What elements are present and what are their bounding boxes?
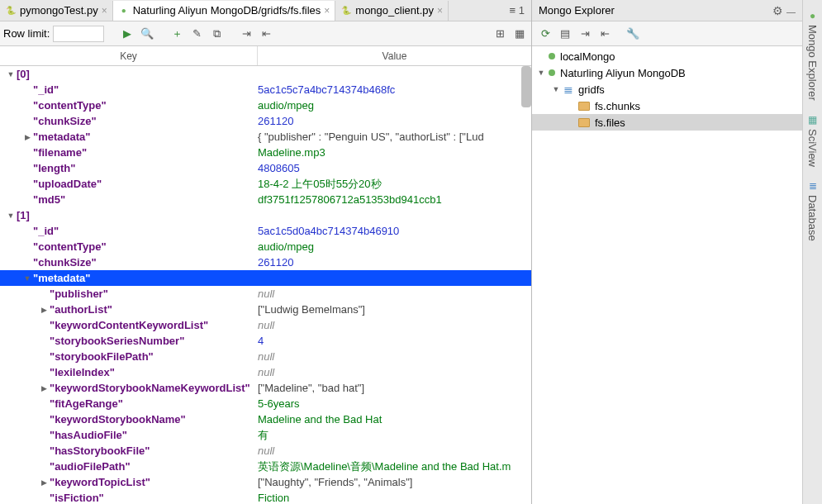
twisty-icon[interactable]: ▶ [40,306,48,314]
explorer-tree[interactable]: localMongo▼Naturling Aliyun MongoDB▼≣gri… [532,46,802,504]
tree-view-button[interactable]: ⊞ [492,26,508,42]
value-text: null [258,286,531,302]
tree-item[interactable]: ▼≣gridfs [532,81,802,97]
twisty-icon[interactable]: ▼ [537,69,545,77]
expand-all-button[interactable]: ⇥ [577,26,593,42]
table-row[interactable]: "keywordContentKeywordList"null [0,317,531,333]
table-row[interactable]: ▼"metadata" [0,270,531,286]
key-text: "lexileIndex" [50,366,115,378]
scrollbar-thumb[interactable] [521,66,531,107]
tree-item[interactable]: localMongo [532,48,802,64]
twisty-icon[interactable]: ▼ [7,212,15,220]
close-icon[interactable]: × [102,5,107,17]
tree-label: localMongo [560,50,615,63]
twisty-icon [40,447,48,455]
table-row[interactable]: "isFiction"Fiction [0,490,531,504]
twisty-icon [40,368,48,377]
table-row[interactable]: "publisher"null [0,286,531,302]
editor-tab[interactable]: ●Naturling Aliyun MongoDB/gridfs/fs.file… [113,1,336,21]
add-button[interactable]: ＋ [169,26,185,42]
editor-tab[interactable]: 🐍mongo_client.py× [335,1,449,21]
table-row[interactable]: "hasAudioFile"有 [0,427,531,443]
table-row[interactable]: "fitAgeRange"5-6years [0,396,531,411]
table-row[interactable]: ▶"keywordTopicList"["Naughty", "Friends"… [0,474,531,490]
gear-icon[interactable]: ⚙ [772,4,783,17]
tree-item[interactable]: ▼Naturling Aliyun MongoDB [532,64,802,81]
col-value[interactable]: Value [258,46,531,65]
key-text: "hasAudioFile" [50,429,127,441]
tree-label: gridfs [578,83,605,96]
sidebar-tab[interactable]: ▦SciView [805,107,820,174]
table-row[interactable]: "lexileIndex"null [0,364,531,380]
twisty-icon[interactable]: ▶ [40,384,48,392]
table-row[interactable]: ▼[1] [0,207,531,223]
hide-icon[interactable]: — [786,7,796,17]
twisty-icon[interactable]: ▼ [23,274,31,283]
key-text: "storybookSeriesNumber" [50,335,184,347]
value-text: null [258,349,531,364]
table-row[interactable]: "_id"5ac1c5d0a4bc714374b46910 [0,223,531,239]
table-row[interactable]: "md5"df3751f1257806712a51353bd941ccb1 [0,192,531,207]
sidebar-tab[interactable]: ●Mongo Explorer [805,3,820,107]
table-row[interactable]: ▼[0] [0,66,531,82]
row-limit-input[interactable] [53,26,104,42]
table-row[interactable]: "contentType"audio/mpeg [0,97,531,113]
value-text: audio/mpeg [258,239,531,254]
value-text: Madeline and the Bad Hat [258,411,531,427]
console-button[interactable]: ▤ [557,26,573,42]
value-text: ["Naughty", "Friends", "Animals"] [258,474,531,490]
twisty-icon[interactable]: ▼ [552,85,560,93]
twisty-icon [23,243,31,251]
key-text: "contentType" [33,99,107,112]
table-row[interactable]: "keywordStorybookName"Madeline and the B… [0,411,531,427]
value-text: 4 [258,333,531,349]
twisty-icon [23,149,31,157]
tabs-overflow[interactable]: ≡ 1 [510,4,525,17]
collapse-button[interactable]: ⇤ [258,26,274,42]
table-row[interactable]: ▶"metadata"{ "publisher" : "Penguin US",… [0,129,531,145]
twisty-icon[interactable]: ▶ [40,478,48,487]
table-view-button[interactable]: ▦ [511,26,528,42]
key-text: "chunkSize" [33,115,97,127]
folder-icon [578,118,590,127]
folder-icon [578,102,590,111]
database-icon: ≣ [563,83,573,96]
table-row[interactable]: "contentType"audio/mpeg [0,239,531,254]
run-button[interactable]: ▶ [119,26,135,42]
close-icon[interactable]: × [324,5,330,17]
editor-tab[interactable]: 🐍pymongoTest.py× [0,1,113,21]
copy-button[interactable]: ⧉ [208,26,225,42]
table-row[interactable]: "uploadDate"18-4-2 上午05时55分20秒 [0,176,531,192]
twisty-icon[interactable]: ▶ [23,133,31,141]
edit-button[interactable]: ✎ [188,26,205,42]
table-row[interactable]: "filename"Madeline.mp3 [0,145,531,160]
close-icon[interactable]: × [437,5,443,17]
key-text: [0] [17,68,30,80]
table-row[interactable]: "storybookSeriesNumber"4 [0,333,531,349]
table-row[interactable]: "_id"5ac1c5c7a4bc714374b468fc [0,82,531,97]
key-text: [1] [17,209,30,221]
collapse-all-button[interactable]: ⇤ [596,26,613,42]
table-row[interactable]: "chunkSize"261120 [0,254,531,270]
table-header: Key Value [0,46,531,66]
tree-item[interactable]: fs.chunks [532,97,802,114]
table-row[interactable]: "storybookFilePath"null [0,349,531,364]
sidebar-tab[interactable]: ≣Database [805,174,820,248]
key-text: "keywordTopicList" [50,476,150,488]
table-row[interactable]: "hasStorybookFile"null [0,443,531,459]
expand-button[interactable]: ⇥ [238,26,254,42]
value-text [258,207,531,223]
table-row[interactable]: "audioFilePath"英语资源\Madeline\音频\Madeline… [0,459,531,474]
table-body[interactable]: ▼[0]"_id"5ac1c5c7a4bc714374b468fc"conten… [0,66,531,504]
table-row[interactable]: ▶"keywordStorybookNameKeywordList"["Made… [0,380,531,396]
tree-item[interactable]: fs.files [532,114,802,131]
table-row[interactable]: "chunkSize"261120 [0,113,531,129]
twisty-icon[interactable]: ▼ [7,70,15,78]
find-button[interactable]: 🔍 [139,26,155,42]
table-row[interactable]: "length"4808605 [0,160,531,176]
col-key[interactable]: Key [0,46,258,65]
twisty-icon [23,117,31,126]
wrench-icon[interactable]: 🔧 [625,26,641,42]
table-row[interactable]: ▶"authorList"["Ludwig Bemelmans"] [0,302,531,317]
refresh-button[interactable]: ⟳ [537,26,554,42]
